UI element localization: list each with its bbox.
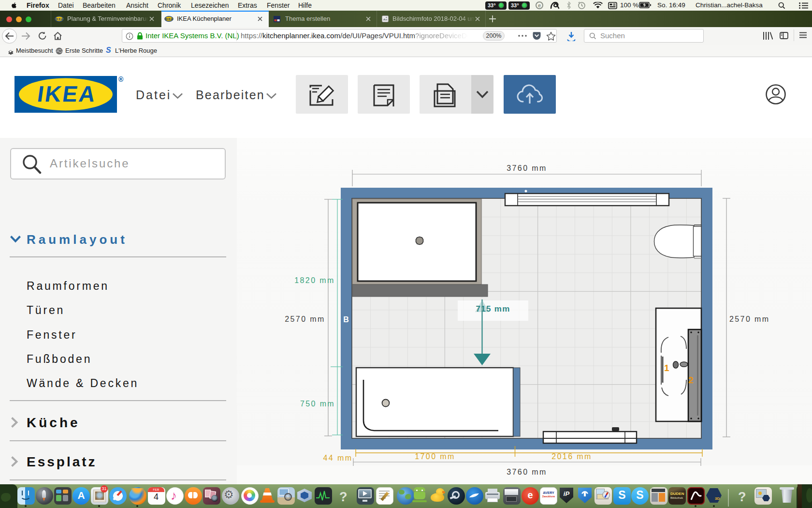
svg-text:44 mm: 44 mm [323, 454, 353, 462]
svg-text:715 mm: 715 mm [476, 304, 510, 314]
svg-text:IKEA: IKEA [36, 81, 98, 106]
svg-text:IKEA: IKEA [55, 17, 63, 21]
svg-text:2: 2 [688, 375, 694, 385]
svg-text:3760 mm: 3760 mm [507, 164, 547, 172]
svg-text:1820 mm: 1820 mm [294, 276, 335, 284]
svg-text:2570 mm: 2570 mm [285, 315, 325, 323]
svg-text:1: 1 [664, 363, 669, 373]
svg-text:2570 mm: 2570 mm [729, 315, 770, 323]
svg-text:2016 mm: 2016 mm [551, 452, 592, 461]
svg-text:750 mm: 750 mm [300, 400, 335, 408]
svg-text:1700 mm: 1700 mm [415, 452, 455, 461]
svg-text:3760 mm: 3760 mm [507, 468, 547, 476]
svg-text:IKEA: IKEA [165, 17, 173, 21]
svg-text:B: B [343, 315, 349, 324]
